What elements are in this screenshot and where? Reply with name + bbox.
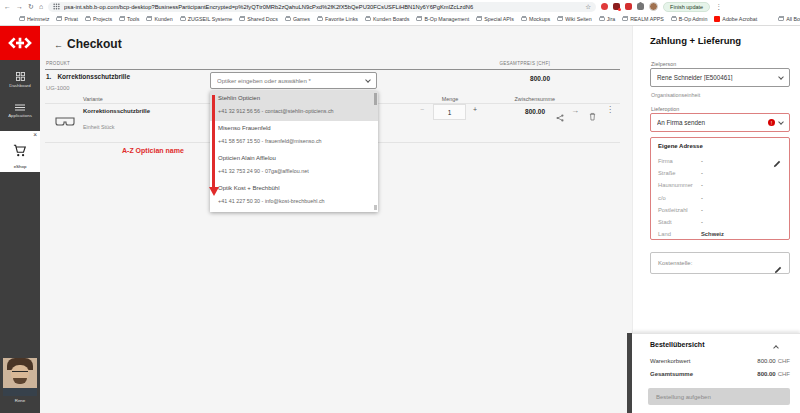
kostenstelle-box[interactable]: Kostenstelle:	[650, 252, 790, 274]
chevron-down-icon	[778, 74, 784, 80]
folder-icon	[19, 17, 25, 22]
dropdown-option[interactable]: Misenso Frauenfeld +41 58 567 15 50 - fr…	[210, 121, 378, 151]
move-arrow-icon[interactable]: →	[571, 106, 579, 115]
dropdown-option[interactable]: Stehlin Opticien +41 32 912 56 56 - cont…	[210, 91, 378, 121]
address-bar[interactable]: psa-int.sbb.b-op.com/bcp-desktop?Busines…	[48, 2, 596, 12]
bookmark-star-icon[interactable]: ☆	[585, 3, 591, 11]
collapse-icon[interactable]	[773, 345, 779, 351]
folder-icon	[180, 17, 186, 22]
home-icon[interactable]: ⌂	[39, 3, 43, 10]
sidebar-item-eshop[interactable]: × eShop	[0, 131, 40, 172]
bookmark-adobe[interactable]: Adobe Acrobat	[714, 16, 757, 22]
url-text: psa-int.sbb.b-op.com/bcp-desktop?Busines…	[64, 4, 581, 10]
extensions-puzzle-icon[interactable]	[637, 3, 644, 10]
edit-address-icon[interactable]	[773, 154, 781, 172]
address-row: ← → ↻ ⌂ psa-int.sbb.b-op.com/bcp-desktop…	[0, 0, 800, 13]
profile-avatar[interactable]	[649, 2, 658, 11]
bookmark-folder[interactable]: Special APIs	[476, 16, 514, 22]
folder-icon	[622, 17, 628, 22]
dropdown-scrollbar-end	[374, 205, 377, 210]
order-summary: Bestellübersicht Warenkorbwert 800.00CHF…	[632, 333, 800, 413]
variant-name: Korrektionsschutzbrille	[83, 108, 150, 114]
dropdown-scrollbar[interactable]	[374, 93, 377, 105]
main-scrollbar-thumb[interactable]	[627, 333, 632, 413]
back-button[interactable]: ←	[54, 40, 63, 50]
cart-value: 800.00CHF	[757, 358, 790, 364]
user-name: Rene	[3, 398, 37, 403]
sidebar-item-dashboard[interactable]: Dashboard	[0, 72, 40, 88]
annotation-arrowhead	[209, 187, 219, 196]
chrome-menu-icon[interactable]: ⋮	[715, 3, 722, 11]
dropdown-option[interactable]: Opticien Alain Afflelou +41 32 753 24 90…	[210, 151, 378, 181]
sidebar-user[interactable]: Rene	[3, 358, 37, 403]
extension-icon-2[interactable]	[613, 3, 620, 10]
chevron-down-icon	[778, 119, 784, 125]
bookmark-folder[interactable]: Tools	[119, 16, 139, 22]
product-total: 800.00	[450, 75, 550, 82]
finish-update-button[interactable]: Finish update	[663, 2, 710, 12]
back-icon[interactable]: ←	[4, 3, 11, 10]
zielperson-select[interactable]: Rene Schneider [E500461]	[650, 68, 790, 87]
folder-icon	[119, 17, 125, 22]
total-value: 800.00CHF	[757, 371, 790, 377]
bookmarks-bar: Heimnetz Privat Projects Tools Kunden ZU…	[0, 13, 800, 25]
forward-icon[interactable]: →	[16, 3, 23, 10]
lieferoption-label: Lieferoption	[651, 106, 679, 112]
error-icon: !	[768, 119, 775, 126]
bookmark-folder[interactable]: Shared Docs	[239, 16, 278, 22]
cart-icon	[13, 143, 27, 161]
submit-order-button[interactable]: Bestellung aufgeben	[648, 388, 790, 405]
folder-icon	[599, 17, 605, 22]
dropdown-option[interactable]: Optik Kost + Brechbühl +41 41 227 50 30 …	[210, 181, 378, 211]
column-total: GESAMTPREIS [CHF]	[400, 61, 550, 66]
sbb-logo	[0, 26, 40, 60]
reload-icon[interactable]: ↻	[28, 3, 34, 10]
column-product: PRODUKT	[46, 61, 70, 66]
sidebar-item-applications[interactable]: Applications	[0, 104, 40, 118]
bookmark-folder[interactable]: Projects	[85, 16, 112, 22]
bookmark-folder[interactable]: Jira	[599, 16, 616, 22]
bookmark-folder[interactable]: ZUGSEIL Systeme	[180, 16, 233, 22]
variant-unit: Einheit Stück	[83, 124, 114, 130]
annotation-arrow	[212, 95, 215, 188]
bookmark-folder[interactable]: Heimnetz	[19, 16, 49, 22]
share-icon[interactable]	[556, 108, 564, 126]
dashboard-icon	[16, 72, 25, 81]
bookmark-folder[interactable]: B-Op Admin	[671, 16, 708, 22]
bookmark-folder[interactable]: Favorite Links	[317, 16, 358, 22]
extension-icon-1[interactable]	[601, 3, 608, 10]
decrease-quantity-button[interactable]: −	[420, 106, 424, 113]
site-info-icon[interactable]	[53, 3, 60, 10]
optician-dropdown: Stehlin Opticien +41 32 912 56 56 - cont…	[210, 91, 378, 212]
adobe-acrobat-icon	[714, 16, 720, 22]
bookmark-folder[interactable]: REALM APPS	[622, 16, 664, 22]
divider	[45, 69, 620, 70]
column-variant: Variante	[83, 96, 103, 102]
bookmark-folder[interactable]: Kunden Boards	[365, 16, 410, 22]
trash-icon[interactable]	[589, 107, 596, 125]
edit-kostenstelle-icon[interactable]	[774, 260, 782, 278]
bookmark-folder[interactable]: Mockups	[521, 16, 550, 22]
bookmark-folder[interactable]: Wiki Seiten	[557, 16, 592, 22]
lieferoption-select[interactable]: An Firma senden !	[650, 113, 790, 132]
all-bookmarks-button[interactable]: All Bookmarks	[778, 16, 800, 22]
folder-icon	[365, 17, 371, 22]
screen: ← → ↻ ⌂ psa-int.sbb.b-op.com/bcp-desktop…	[0, 0, 800, 413]
folder-icon	[671, 17, 677, 22]
folder-icon	[557, 17, 563, 22]
applications-icon	[15, 104, 25, 111]
bookmark-folder[interactable]: B-Op Management	[416, 16, 469, 22]
folder-icon	[778, 17, 784, 22]
bookmark-folder[interactable]: Games	[285, 16, 310, 22]
optician-select[interactable]: Optiker eingeben oder auswählen *	[210, 72, 377, 89]
bookmark-folder[interactable]: Kunden	[146, 16, 172, 22]
column-subtotal: Zwischensumme	[462, 96, 555, 102]
extension-icon-3[interactable]	[625, 3, 632, 10]
folder-icon	[416, 17, 422, 22]
bookmark-folder[interactable]: Privat	[56, 16, 78, 22]
more-options-icon[interactable]: ⋮	[606, 105, 614, 114]
page-title: Checkout	[67, 37, 122, 51]
address-title: Eigene Adresse	[658, 143, 703, 149]
close-icon[interactable]: ×	[33, 132, 37, 139]
zielperson-label: Zielperson	[651, 61, 676, 67]
